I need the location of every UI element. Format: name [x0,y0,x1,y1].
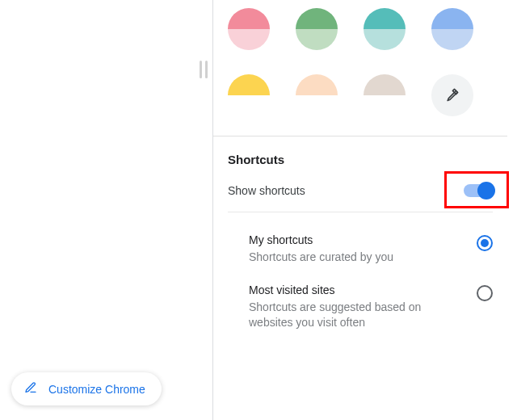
option-radio[interactable] [477,285,493,301]
show-shortcuts-label: Show shortcuts [228,184,305,197]
shortcuts-section: Shortcuts Show shortcuts [213,136,507,197]
option-radio[interactable] [477,235,493,251]
theme-swatch-0[interactable] [228,8,270,50]
theme-swatch-4[interactable] [228,74,270,116]
shortcut-option-0[interactable]: My shortcutsShortcuts are curated by you [213,225,507,275]
shortcut-option-1[interactable]: Most visited sitesShortcuts are suggeste… [213,275,507,341]
option-desc: Shortcuts are suggested based on website… [249,300,435,331]
panel-resize-handle[interactable] [200,61,208,78]
theme-color-grid [213,0,507,136]
customize-panel: Shortcuts Show shortcuts My shortcutsSho… [212,0,507,420]
theme-swatch-5[interactable] [296,74,338,116]
customize-chrome-label: Customize Chrome [48,383,145,396]
option-title: My shortcuts [249,233,393,246]
option-desc: Shortcuts are curated by you [249,250,393,266]
custom-color-picker[interactable] [431,74,473,116]
shortcuts-section-title: Shortcuts [228,153,493,166]
theme-swatch-6[interactable] [364,74,406,116]
show-shortcuts-row: Show shortcuts [228,184,493,197]
theme-swatch-3[interactable] [431,8,473,50]
theme-swatch-2[interactable] [364,8,406,50]
divider [228,212,493,212]
show-shortcuts-toggle[interactable] [464,184,493,197]
customize-chrome-button[interactable]: Customize Chrome [11,372,162,405]
theme-swatch-1[interactable] [296,8,338,50]
eyedropper-icon [444,86,460,105]
pencil-icon [24,381,37,397]
option-title: Most visited sites [249,284,435,296]
